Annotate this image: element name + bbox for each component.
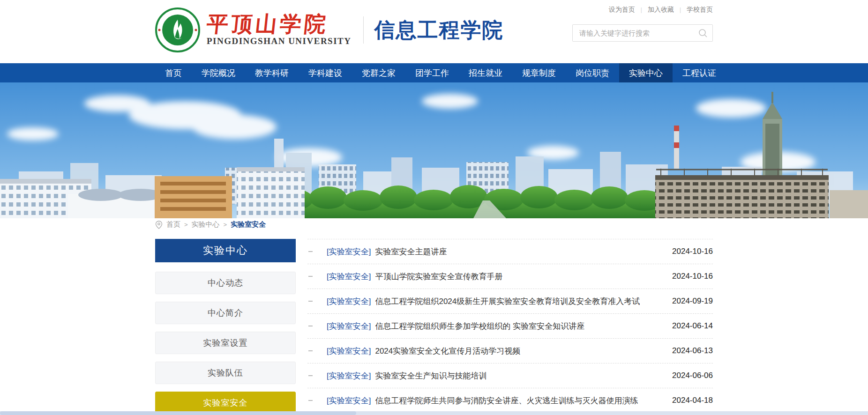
location-pin-icon xyxy=(155,221,163,229)
article-category-tag[interactable]: [实验室安全] xyxy=(327,321,371,332)
article-date: 2024-10-16 xyxy=(663,247,713,256)
nav-item-9[interactable]: 实验中心 xyxy=(619,63,673,82)
search-input[interactable] xyxy=(573,25,694,41)
sidebar-title: 实验中心 xyxy=(155,239,296,262)
bullet-dash xyxy=(308,276,313,277)
nav-item-0[interactable]: 首页 xyxy=(155,63,192,82)
bullet-dash xyxy=(308,350,313,351)
university-name-cn: 平顶山学院 xyxy=(206,14,352,35)
article-category-tag[interactable]: [实验室安全] xyxy=(327,271,371,282)
campus-banner-image xyxy=(0,82,868,218)
article-link[interactable]: 信息工程学院组织2024级新生开展实验室安全教育培训及安全教育准入考试 xyxy=(375,296,640,307)
bullet-dash xyxy=(308,251,313,252)
main-content: 实验中心 中心动态中心简介实验室设置实验队伍实验室安全 [实验室安全]实验室安全… xyxy=(155,239,713,415)
article-link[interactable]: 信息工程学院师生共同参与消防安全讲座、火灾逃生训练与灭火器使用演练 xyxy=(375,395,638,406)
nav-item-7[interactable]: 规章制度 xyxy=(512,63,566,82)
article-date: 2024-06-14 xyxy=(663,321,713,331)
search-box xyxy=(572,24,713,42)
article-link[interactable]: 实验室安全生产知识与技能培训 xyxy=(375,371,486,381)
divider: | xyxy=(680,7,681,13)
article-category-tag[interactable]: [实验室安全] xyxy=(327,296,371,307)
article-row: [实验室安全]实验室安全生产知识与技能培训2024-06-06 xyxy=(307,363,713,388)
article-category-tag[interactable]: [实验室安全] xyxy=(327,246,371,257)
sidebar-item-0[interactable]: 中心动态 xyxy=(155,272,296,294)
sidebar-menu: 实验中心 中心动态中心简介实验室设置实验队伍实验室安全 xyxy=(155,239,296,415)
nav-items: 首页学院概况教学科研学科建设党群之家团学工作招生就业规章制度岗位职责实验中心工程… xyxy=(155,63,713,82)
sidebar-item-4[interactable]: 实验室安全 xyxy=(155,392,296,414)
university-emblem-icon xyxy=(155,7,200,52)
bullet-dash xyxy=(308,301,313,302)
nav-item-2[interactable]: 教学科研 xyxy=(245,63,299,82)
article-row: [实验室安全]信息工程学院组织2024级新生开展实验室安全教育培训及安全教育准入… xyxy=(307,289,713,314)
article-date: 2024-04-18 xyxy=(663,396,713,405)
page: 设为首页 | 加入收藏 | 学校首页 平顶山学院 PINGDINGSHAN UN… xyxy=(0,0,868,415)
search-icon xyxy=(698,28,708,38)
breadcrumb-separator: > xyxy=(184,221,188,228)
horizontal-scrollbar[interactable] xyxy=(0,411,868,415)
article-link[interactable]: 信息工程学院组织师生参加学校组织的 实验室安全知识讲座 xyxy=(375,321,584,332)
college-site-title: 信息工程学院 xyxy=(374,16,503,44)
breadcrumb: 首页 > 实验中心 > 实验室安全 xyxy=(155,220,266,229)
article-link[interactable]: 实验室安全主题讲座 xyxy=(375,246,447,257)
breadcrumb-separator: > xyxy=(224,221,227,228)
brand-logo-block[interactable]: 平顶山学院 PINGDINGSHAN UNIVERSITY 信息工程学院 xyxy=(155,7,503,52)
school-home-link[interactable]: 学校首页 xyxy=(687,6,713,14)
brand-divider xyxy=(363,16,364,44)
set-home-link[interactable]: 设为首页 xyxy=(609,6,635,14)
article-row: [实验室安全]信息工程学院组织师生参加学校组织的 实验室安全知识讲座2024-0… xyxy=(307,314,713,339)
university-name-en: PINGDINGSHAN UNIVERSITY xyxy=(207,36,351,46)
article-row: [实验室安全]信息工程学院师生共同参与消防安全讲座、火灾逃生训练与灭火器使用演练… xyxy=(307,388,713,413)
article-category-tag[interactable]: [实验室安全] xyxy=(327,395,371,406)
article-date: 2024-06-06 xyxy=(663,371,713,380)
article-link[interactable]: 2024实验室安全文化宣传月活动学习视频 xyxy=(375,346,520,356)
nav-item-1[interactable]: 学院概况 xyxy=(192,63,245,82)
article-category-tag[interactable]: [实验室安全] xyxy=(327,346,371,356)
nav-item-5[interactable]: 团学工作 xyxy=(405,63,459,82)
sidebar-items: 中心动态中心简介实验室设置实验队伍实验室安全 xyxy=(155,272,296,414)
add-favorite-link[interactable]: 加入收藏 xyxy=(648,6,674,14)
divider: | xyxy=(641,7,642,13)
article-date: 2024-06-13 xyxy=(663,346,713,356)
article-link[interactable]: 平顶山学院实验室安全宣传教育手册 xyxy=(375,271,502,282)
bullet-dash xyxy=(308,375,313,376)
nav-item-3[interactable]: 学科建设 xyxy=(299,63,352,82)
nav-item-6[interactable]: 招生就业 xyxy=(459,63,512,82)
sidebar-item-3[interactable]: 实验队伍 xyxy=(155,362,296,384)
article-list: [实验室安全]实验室安全主题讲座2024-10-16[实验室安全]平顶山学院实验… xyxy=(307,239,713,415)
bullet-dash xyxy=(308,400,313,401)
bullet-dash xyxy=(308,326,313,326)
article-row: [实验室安全]2024实验室安全文化宣传月活动学习视频2024-06-13 xyxy=(307,339,713,363)
brand-text: 平顶山学院 PINGDINGSHAN UNIVERSITY xyxy=(207,14,351,46)
article-date: 2024-09-19 xyxy=(663,296,713,306)
breadcrumb-home[interactable]: 首页 xyxy=(166,220,180,229)
article-date: 2024-10-16 xyxy=(663,272,713,281)
nav-item-4[interactable]: 党群之家 xyxy=(352,63,405,82)
article-category-tag[interactable]: [实验室安全] xyxy=(327,371,371,381)
site-header: 设为首页 | 加入收藏 | 学校首页 平顶山学院 PINGDINGSHAN UN… xyxy=(0,0,868,63)
breadcrumb-lab-center[interactable]: 实验中心 xyxy=(192,220,220,229)
search-button[interactable] xyxy=(694,25,712,41)
breadcrumb-current: 实验室安全 xyxy=(231,220,266,229)
top-utility-links: 设为首页 | 加入收藏 | 学校首页 xyxy=(609,6,713,14)
sidebar-item-2[interactable]: 实验室设置 xyxy=(155,332,296,354)
sidebar-item-1[interactable]: 中心简介 xyxy=(155,302,296,324)
article-row: [实验室安全]平顶山学院实验室安全宣传教育手册2024-10-16 xyxy=(307,264,713,289)
article-row: [实验室安全]实验室安全主题讲座2024-10-16 xyxy=(307,239,713,264)
nav-item-8[interactable]: 岗位职责 xyxy=(566,63,619,82)
scrollbar-thumb[interactable] xyxy=(0,411,356,415)
nav-item-10[interactable]: 工程认证 xyxy=(673,63,726,82)
main-nav: 首页学院概况教学科研学科建设党群之家团学工作招生就业规章制度岗位职责实验中心工程… xyxy=(0,63,868,82)
